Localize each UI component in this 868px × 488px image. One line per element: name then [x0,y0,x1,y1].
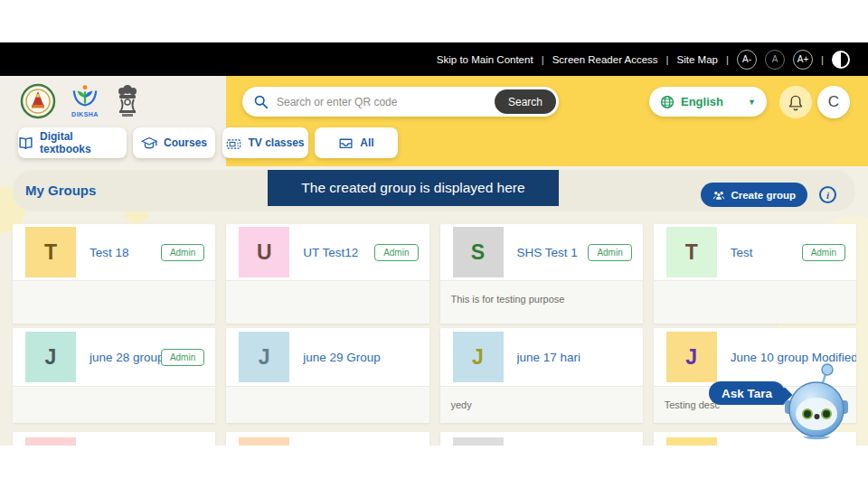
group-avatar: J [239,332,289,382]
group-card-header: T Test 18 Admin [13,224,215,280]
group-card[interactable]: T Test 18 Admin [13,224,215,324]
tab-label: All [360,136,373,149]
separator: | [666,54,669,65]
india-emblem-logo[interactable] [114,83,141,119]
group-description [654,280,856,324]
group-name: UT Test12 [303,246,374,259]
group-card-partial[interactable] [226,432,429,446]
admin-badge: Admin [588,244,631,261]
search-bar: Search [242,87,559,117]
search-button[interactable]: Search [495,89,556,114]
group-card-header: J june 29 Group [226,328,429,386]
chatbot-launcher[interactable] [785,362,848,442]
group-description: yedy [440,386,643,423]
group-name: SHS Test 1 [517,246,589,259]
separator: | [542,54,544,65]
screen-reader-access-link[interactable]: Screen Reader Access [552,54,658,65]
group-card[interactable]: U UT Test12 Admin [226,224,429,324]
group-description [13,386,215,423]
group-card[interactable]: J june 17 hari yedy [440,328,643,423]
font-decrease-button[interactable]: A- [737,50,757,70]
diksha-logo[interactable]: DIKSHA [71,83,99,117]
group-card-partial[interactable] [13,432,215,446]
group-avatar [239,437,289,446]
tab-all[interactable]: All [315,127,398,158]
search-icon [253,94,269,109]
admin-badge: Admin [161,349,204,366]
book-icon [18,136,33,150]
contrast-toggle-icon[interactable] [832,51,850,69]
group-card[interactable]: J june 29 Group [226,328,429,423]
tamil-nadu-emblem-icon [20,83,56,119]
group-avatar [453,437,504,446]
chevron-down-icon: ▼ [748,98,756,107]
accessibility-bar: Skip to Main Content | Screen Reader Acc… [0,42,868,76]
group-card-header: J june 28 group Admin [13,328,215,386]
group-avatar: U [239,227,289,277]
group-description [226,280,429,324]
font-normal-button[interactable]: A [765,50,785,70]
group-card-header: U UT Test12 Admin [226,224,429,280]
group-description [226,386,429,423]
group-card[interactable]: J june 28 group Admin [13,328,215,423]
header: DIKSHA Searc [0,76,868,166]
create-group-button[interactable]: Create group [701,183,807,207]
group-description: This is for testing purpose [440,280,643,324]
groups-row-1: T Test 18 Admin U UT Test12 Admin S SHS … [13,224,856,324]
admin-badge: Admin [161,244,204,261]
tab-label: Courses [164,136,207,149]
robot-mascot-icon [785,362,848,442]
group-name: june 29 Group [303,351,429,364]
group-card-partial[interactable] [440,432,643,446]
diksha-wordmark: DIKSHA [71,111,99,117]
tv-icon [226,136,241,150]
group-avatar: J [666,332,717,382]
tab-tv-classes[interactable]: TV classes [222,127,308,158]
language-selected-label: English [681,95,741,108]
font-increase-button[interactable]: A+ [793,50,813,70]
page-title: My Groups [25,183,96,198]
tab-digital-textbooks[interactable]: Digital textbooks [18,127,127,158]
group-description [13,280,215,324]
tooltip-text: The created group is displayed here [301,180,524,196]
inbox-icon [338,136,354,150]
group-name: june 28 group [90,351,161,364]
profile-initial: C [828,93,839,111]
admin-badge: Admin [802,244,845,261]
admin-badge: Admin [374,244,418,261]
group-avatar: T [666,227,717,277]
tab-courses[interactable]: Courses [133,127,215,158]
group-avatar: S [453,227,504,277]
group-avatar: J [453,332,504,382]
site-map-link[interactable]: Site Map [677,54,718,65]
tab-label: TV classes [248,136,304,149]
diksha-sprout-icon [71,83,99,110]
group-card-header: T Test Admin [654,224,856,280]
group-avatar: T [25,227,76,277]
group-people-icon [712,190,725,201]
group-card-header: S SHS Test 1 Admin [440,224,643,280]
tab-label: Digital textbooks [40,130,127,155]
group-card[interactable]: S SHS Test 1 Admin This is for testing p… [440,224,643,324]
create-group-label: Create group [731,190,796,201]
group-avatar: J [25,332,76,382]
group-avatar [25,437,76,446]
notifications-button[interactable] [779,86,812,118]
group-name: Test 18 [90,246,161,259]
profile-avatar[interactable]: C [817,86,850,118]
diksha-my-groups-page: Skip to Main Content | Screen Reader Acc… [0,0,868,488]
group-card[interactable]: T Test Admin [654,224,856,324]
groups-row-2: J june 28 group Admin J june 29 Group J … [13,328,856,423]
my-groups-content: My Groups Create group i The created gro… [0,166,868,446]
info-icon[interactable]: i [819,186,836,203]
ask-tara-label: Ask Tara [722,387,772,400]
tamil-nadu-emblem-logo[interactable] [20,83,56,119]
ask-tara-bubble[interactable]: Ask Tara [709,381,785,405]
skip-to-main-content-link[interactable]: Skip to Main Content [437,54,533,65]
group-avatar [666,437,717,446]
graduation-cap-icon [141,136,157,150]
separator: | [726,54,729,65]
language-selector[interactable]: English ▼ [649,87,767,117]
groups-row-3 [13,432,856,446]
india-emblem-icon [114,83,141,119]
